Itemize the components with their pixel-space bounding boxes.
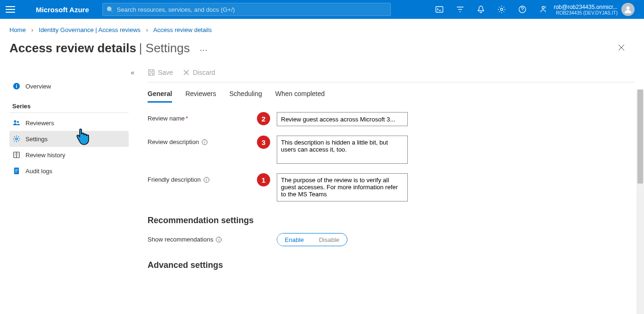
sidebar-item-label: Audit logs [25, 168, 52, 175]
review-name-input[interactable] [277, 112, 408, 126]
user-email: rob@rob234435.onmicr... [553, 4, 618, 10]
sidebar-item-label: Reviewers [25, 120, 54, 127]
friendly-desc-input[interactable] [277, 173, 408, 201]
sidebar-heading-series: Series [9, 94, 129, 113]
svg-rect-14 [15, 172, 17, 172]
sidebar-item-label: Review history [25, 152, 66, 159]
svg-rect-0 [436, 7, 443, 12]
svg-point-9 [16, 138, 17, 140]
scrollbar[interactable] [636, 89, 644, 314]
settings-icon[interactable] [491, 0, 512, 19]
svg-point-4 [627, 7, 630, 10]
sidebar-item-settings[interactable]: Settings [9, 131, 129, 147]
svg-point-8 [17, 121, 19, 123]
discard-button[interactable]: Discard [182, 69, 215, 76]
tab-reviewers[interactable]: Reviewers [185, 90, 216, 103]
breadcrumb-home[interactable]: Home [9, 26, 26, 33]
discard-icon [182, 69, 190, 76]
recommendation-toggle[interactable]: Enable Disable [277, 233, 347, 246]
sidebar: « i Overview Series Reviewers Settings R… [0, 63, 138, 314]
info-icon[interactable]: i [202, 139, 207, 145]
svg-rect-13 [15, 170, 18, 171]
svg-point-3 [542, 7, 545, 9]
svg-rect-15 [149, 70, 154, 75]
cloud-shell-icon[interactable] [429, 0, 450, 19]
toggle-disable[interactable]: Disable [311, 233, 347, 246]
people-icon [12, 119, 21, 127]
info-icon[interactable]: i [216, 237, 222, 242]
page-subtitle: | Settings [139, 41, 190, 56]
sidebar-item-review-history[interactable]: Review history [9, 147, 129, 163]
hamburger-icon[interactable] [6, 6, 15, 13]
sidebar-item-audit-logs[interactable]: Audit logs [9, 163, 129, 179]
search-input[interactable] [117, 6, 387, 13]
save-icon [148, 69, 155, 76]
info-icon[interactable]: i [204, 177, 209, 183]
save-button[interactable]: Save [148, 69, 173, 76]
review-name-label: Review name* [148, 112, 257, 122]
page-title: Access review details [9, 41, 136, 56]
show-rec-label: Show recommendationsi [148, 233, 257, 243]
azure-header: Microsoft Azure rob@rob234435.onmicr... … [0, 0, 644, 19]
brand-logo[interactable]: Microsoft Azure [36, 6, 89, 14]
recommendation-heading: Recommendation settings [148, 216, 635, 225]
sidebar-item-label: Overview [25, 83, 51, 90]
svg-point-1 [501, 8, 503, 11]
tabs: General Reviewers Scheduling When comple… [148, 82, 635, 103]
more-icon[interactable]: … [199, 43, 208, 53]
toggle-enable[interactable]: Enable [277, 233, 311, 246]
help-icon[interactable] [512, 0, 533, 19]
avatar [621, 3, 635, 16]
breadcrumb-details[interactable]: Access review details [153, 26, 212, 33]
tab-when-completed[interactable]: When completed [275, 90, 325, 103]
gear-icon [12, 135, 21, 143]
toolbar: Save Discard [148, 63, 635, 82]
breadcrumb: Home › Identity Governance | Access revi… [0, 19, 644, 37]
callout-badge-2: 2 [257, 112, 270, 125]
book-icon [12, 151, 21, 159]
callout-badge-1: 1 [257, 173, 270, 186]
info-icon: i [12, 82, 21, 90]
review-desc-label: Review descriptioni [148, 136, 257, 145]
tab-scheduling[interactable]: Scheduling [230, 90, 262, 103]
search-icon [107, 6, 113, 13]
close-icon[interactable] [618, 44, 625, 53]
breadcrumb-governance[interactable]: Identity Governance | Access reviews [39, 26, 140, 33]
sidebar-item-overview[interactable]: i Overview [9, 78, 129, 94]
feedback-icon[interactable] [533, 0, 553, 19]
sidebar-item-label: Settings [25, 136, 48, 143]
friendly-desc-label: Friendly descriptioni [148, 173, 257, 183]
collapse-icon[interactable]: « [131, 69, 134, 76]
filter-icon[interactable] [450, 0, 471, 19]
tab-general[interactable]: General [148, 90, 172, 103]
notifications-icon[interactable] [471, 0, 491, 19]
user-account[interactable]: rob@rob234435.onmicr... ROB234435 (DEV.D… [553, 3, 638, 16]
advanced-heading: Advanced settings [148, 260, 635, 270]
svg-text:i: i [16, 83, 17, 89]
callout-badge-3: 3 [257, 136, 270, 149]
review-desc-input[interactable] [277, 136, 408, 164]
search-box[interactable] [102, 3, 391, 16]
content-area: Save Discard General Reviewers Schedulin… [138, 63, 644, 314]
title-row: Access review details | Settings … [0, 37, 644, 63]
svg-rect-12 [15, 169, 18, 169]
sidebar-item-reviewers[interactable]: Reviewers [9, 115, 129, 131]
scroll-thumb[interactable] [637, 89, 643, 184]
svg-point-7 [14, 121, 17, 123]
log-icon [12, 167, 21, 175]
form: Review name* 2 Review descriptioni 3 Fri… [148, 103, 635, 287]
header-icons [429, 0, 553, 19]
user-tenant: ROB234435 (DEV.DYJAS.IT) [553, 10, 618, 16]
